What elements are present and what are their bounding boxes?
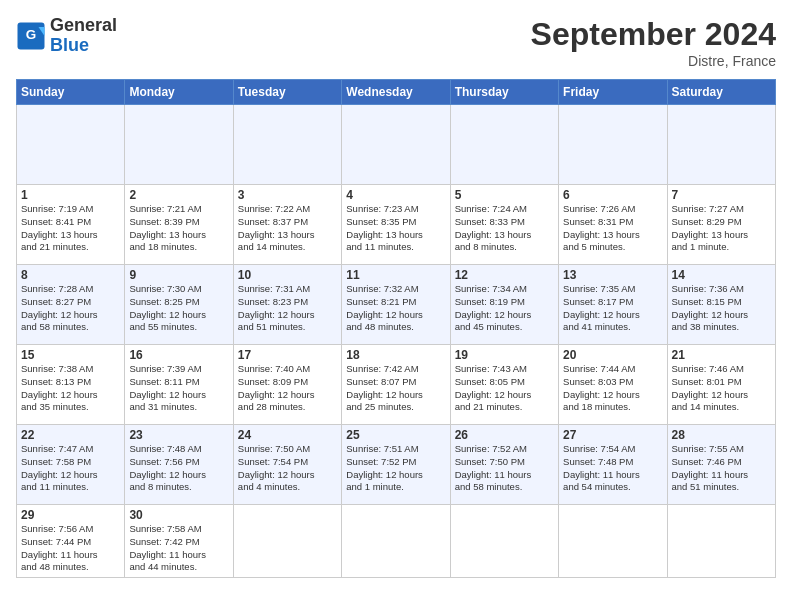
calendar-cell: 15Sunrise: 7:38 AMSunset: 8:13 PMDayligh…: [17, 345, 125, 425]
sunset-text: Sunset: 8:05 PM: [455, 376, 554, 389]
day-number: 29: [21, 508, 120, 522]
sunrise-text: Sunrise: 7:31 AM: [238, 283, 337, 296]
sunrise-text: Sunrise: 7:21 AM: [129, 203, 228, 216]
calendar-cell: 1Sunrise: 7:19 AMSunset: 8:41 PMDaylight…: [17, 185, 125, 265]
day-info: Sunrise: 7:26 AMSunset: 8:31 PMDaylight:…: [563, 203, 662, 254]
sunset-text: Sunset: 7:46 PM: [672, 456, 771, 469]
daylight-text-1: Daylight: 12 hours: [455, 389, 554, 402]
daylight-text-2: and 11 minutes.: [346, 241, 445, 254]
day-number: 6: [563, 188, 662, 202]
sunrise-text: Sunrise: 7:26 AM: [563, 203, 662, 216]
day-info: Sunrise: 7:43 AMSunset: 8:05 PMDaylight:…: [455, 363, 554, 414]
day-info: Sunrise: 7:36 AMSunset: 8:15 PMDaylight:…: [672, 283, 771, 334]
day-number: 22: [21, 428, 120, 442]
sunset-text: Sunset: 8:31 PM: [563, 216, 662, 229]
daylight-text-1: Daylight: 12 hours: [129, 309, 228, 322]
daylight-text-2: and 51 minutes.: [672, 481, 771, 494]
sunrise-text: Sunrise: 7:27 AM: [672, 203, 771, 216]
daylight-text-2: and 1 minute.: [672, 241, 771, 254]
day-number: 13: [563, 268, 662, 282]
daylight-text-1: Daylight: 12 hours: [21, 469, 120, 482]
daylight-text-1: Daylight: 12 hours: [238, 309, 337, 322]
day-number: 3: [238, 188, 337, 202]
sunset-text: Sunset: 8:19 PM: [455, 296, 554, 309]
day-number: 23: [129, 428, 228, 442]
sunrise-text: Sunrise: 7:48 AM: [129, 443, 228, 456]
daylight-text-2: and 21 minutes.: [455, 401, 554, 414]
daylight-text-2: and 48 minutes.: [21, 561, 120, 574]
daylight-text-2: and 18 minutes.: [563, 401, 662, 414]
sunset-text: Sunset: 7:52 PM: [346, 456, 445, 469]
calendar-cell: 28Sunrise: 7:55 AMSunset: 7:46 PMDayligh…: [667, 425, 775, 505]
calendar-cell: [559, 105, 667, 185]
sunrise-text: Sunrise: 7:23 AM: [346, 203, 445, 216]
calendar-cell: 13Sunrise: 7:35 AMSunset: 8:17 PMDayligh…: [559, 265, 667, 345]
calendar-cell: 2Sunrise: 7:21 AMSunset: 8:39 PMDaylight…: [125, 185, 233, 265]
day-number: 12: [455, 268, 554, 282]
calendar-cell: 11Sunrise: 7:32 AMSunset: 8:21 PMDayligh…: [342, 265, 450, 345]
daylight-text-2: and 25 minutes.: [346, 401, 445, 414]
day-number: 25: [346, 428, 445, 442]
sunrise-text: Sunrise: 7:38 AM: [21, 363, 120, 376]
day-info: Sunrise: 7:39 AMSunset: 8:11 PMDaylight:…: [129, 363, 228, 414]
logo-blue: Blue: [50, 36, 117, 56]
day-number: 16: [129, 348, 228, 362]
calendar-cell: 19Sunrise: 7:43 AMSunset: 8:05 PMDayligh…: [450, 345, 558, 425]
daylight-text-2: and 48 minutes.: [346, 321, 445, 334]
col-wednesday: Wednesday: [342, 80, 450, 105]
day-number: 19: [455, 348, 554, 362]
daylight-text-1: Daylight: 13 hours: [672, 229, 771, 242]
calendar-cell: 14Sunrise: 7:36 AMSunset: 8:15 PMDayligh…: [667, 265, 775, 345]
day-info: Sunrise: 7:22 AMSunset: 8:37 PMDaylight:…: [238, 203, 337, 254]
col-thursday: Thursday: [450, 80, 558, 105]
sunrise-text: Sunrise: 7:52 AM: [455, 443, 554, 456]
calendar-header-row: Sunday Monday Tuesday Wednesday Thursday…: [17, 80, 776, 105]
day-info: Sunrise: 7:55 AMSunset: 7:46 PMDaylight:…: [672, 443, 771, 494]
day-info: Sunrise: 7:34 AMSunset: 8:19 PMDaylight:…: [455, 283, 554, 334]
sunset-text: Sunset: 8:41 PM: [21, 216, 120, 229]
sunset-text: Sunset: 7:42 PM: [129, 536, 228, 549]
daylight-text-2: and 4 minutes.: [238, 481, 337, 494]
daylight-text-2: and 11 minutes.: [21, 481, 120, 494]
daylight-text-1: Daylight: 13 hours: [21, 229, 120, 242]
logo-icon: G: [16, 21, 46, 51]
calendar-cell: 26Sunrise: 7:52 AMSunset: 7:50 PMDayligh…: [450, 425, 558, 505]
title-section: September 2024 Distre, France: [531, 16, 776, 69]
sunset-text: Sunset: 8:33 PM: [455, 216, 554, 229]
calendar-cell: 20Sunrise: 7:44 AMSunset: 8:03 PMDayligh…: [559, 345, 667, 425]
day-number: 20: [563, 348, 662, 362]
calendar-cell: 30Sunrise: 7:58 AMSunset: 7:42 PMDayligh…: [125, 505, 233, 578]
col-monday: Monday: [125, 80, 233, 105]
daylight-text-2: and 41 minutes.: [563, 321, 662, 334]
daylight-text-1: Daylight: 11 hours: [672, 469, 771, 482]
day-number: 17: [238, 348, 337, 362]
sunrise-text: Sunrise: 7:19 AM: [21, 203, 120, 216]
daylight-text-1: Daylight: 12 hours: [563, 309, 662, 322]
sunrise-text: Sunrise: 7:34 AM: [455, 283, 554, 296]
calendar-cell: 6Sunrise: 7:26 AMSunset: 8:31 PMDaylight…: [559, 185, 667, 265]
calendar-cell: [450, 505, 558, 578]
daylight-text-1: Daylight: 13 hours: [129, 229, 228, 242]
sunrise-text: Sunrise: 7:54 AM: [563, 443, 662, 456]
day-number: 4: [346, 188, 445, 202]
day-info: Sunrise: 7:30 AMSunset: 8:25 PMDaylight:…: [129, 283, 228, 334]
sunset-text: Sunset: 7:54 PM: [238, 456, 337, 469]
daylight-text-2: and 8 minutes.: [129, 481, 228, 494]
calendar-cell: 12Sunrise: 7:34 AMSunset: 8:19 PMDayligh…: [450, 265, 558, 345]
daylight-text-1: Daylight: 12 hours: [672, 389, 771, 402]
sunrise-text: Sunrise: 7:58 AM: [129, 523, 228, 536]
sunrise-text: Sunrise: 7:36 AM: [672, 283, 771, 296]
calendar: Sunday Monday Tuesday Wednesday Thursday…: [16, 79, 776, 578]
day-info: Sunrise: 7:46 AMSunset: 8:01 PMDaylight:…: [672, 363, 771, 414]
sunset-text: Sunset: 8:11 PM: [129, 376, 228, 389]
sunrise-text: Sunrise: 7:56 AM: [21, 523, 120, 536]
day-number: 14: [672, 268, 771, 282]
day-info: Sunrise: 7:28 AMSunset: 8:27 PMDaylight:…: [21, 283, 120, 334]
sunset-text: Sunset: 8:37 PM: [238, 216, 337, 229]
day-info: Sunrise: 7:42 AMSunset: 8:07 PMDaylight:…: [346, 363, 445, 414]
calendar-week-row: 15Sunrise: 7:38 AMSunset: 8:13 PMDayligh…: [17, 345, 776, 425]
day-number: 15: [21, 348, 120, 362]
day-info: Sunrise: 7:31 AMSunset: 8:23 PMDaylight:…: [238, 283, 337, 334]
day-info: Sunrise: 7:54 AMSunset: 7:48 PMDaylight:…: [563, 443, 662, 494]
daylight-text-2: and 5 minutes.: [563, 241, 662, 254]
